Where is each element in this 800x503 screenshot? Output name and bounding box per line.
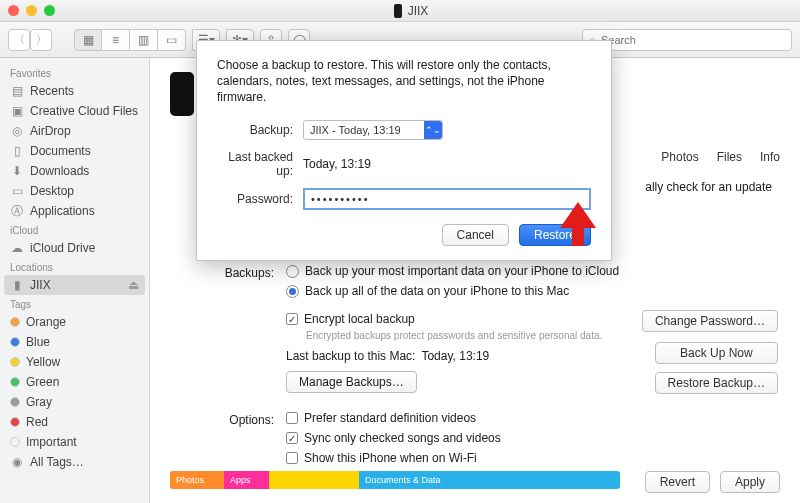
airdrop-icon: ◎	[10, 125, 24, 137]
close-icon[interactable]	[8, 5, 19, 16]
revert-button[interactable]: Revert	[645, 471, 710, 493]
checkbox-icon	[286, 412, 298, 424]
sidebar-head-locations: Locations	[0, 258, 149, 275]
backup-select[interactable]: JIIX - Today, 13:19 ⌃⌄	[303, 120, 443, 140]
cancel-button[interactable]: Cancel	[442, 224, 509, 246]
password-input[interactable]: ••••••••••	[303, 188, 591, 210]
tag-dot-icon	[10, 437, 20, 447]
eject-icon[interactable]: ⏏	[128, 278, 139, 292]
sidebar-item-device-jiix[interactable]: ▮JIIX⏏	[4, 275, 145, 295]
window-title: JIIX	[30, 4, 792, 18]
backup-now-button[interactable]: Back Up Now	[655, 342, 778, 364]
back-button[interactable]: 〈	[8, 29, 30, 51]
device-icon	[394, 4, 402, 18]
tag-dot-icon	[10, 357, 20, 367]
tab-photos[interactable]: Photos	[661, 150, 698, 164]
checkbox-icon	[286, 432, 298, 444]
last-backup-value: Today, 13:19	[421, 349, 489, 363]
tag-dot-icon	[10, 417, 20, 427]
window-title-text: JIIX	[408, 4, 429, 18]
search-input[interactable]	[601, 34, 785, 46]
restore-backup-button[interactable]: Restore Backup…	[655, 372, 778, 394]
sidebar-item-applications[interactable]: ⒶApplications	[0, 201, 149, 221]
sidebar-item-documents[interactable]: ▯Documents	[0, 141, 149, 161]
checkbox-icon	[286, 452, 298, 464]
sidebar-tag-orange[interactable]: Orange	[0, 312, 149, 332]
apply-button[interactable]: Apply	[720, 471, 780, 493]
option-sync[interactable]: Sync only checked songs and videos	[286, 431, 780, 445]
usage-photos: Photos	[170, 471, 224, 489]
desktop-icon: ▭	[10, 185, 24, 197]
lastbu-value: Today, 13:19	[303, 155, 371, 173]
search-field[interactable]: ⌕	[582, 29, 792, 51]
list-view-icon[interactable]: ≡	[102, 29, 130, 51]
sidebar-tag-red[interactable]: Red	[0, 412, 149, 432]
backup-option-mac[interactable]: Back up all of the data on your iPhone t…	[286, 284, 780, 298]
sidebar-head-icloud: iCloud	[0, 221, 149, 238]
alltags-icon: ◉	[10, 456, 24, 468]
chevron-updown-icon: ⌃⌄	[424, 121, 442, 139]
icon-view-icon[interactable]: ▦	[74, 29, 102, 51]
usage-yellow	[269, 471, 359, 489]
radio-icon	[286, 265, 299, 278]
change-password-button[interactable]: Change Password…	[642, 310, 778, 332]
column-view-icon[interactable]: ▥	[130, 29, 158, 51]
sidebar-item-iclouddrive[interactable]: ☁iCloud Drive	[0, 238, 149, 258]
checkbox-icon	[286, 313, 298, 325]
sidebar-item-airdrop[interactable]: ◎AirDrop	[0, 121, 149, 141]
forward-button[interactable]: 〉	[30, 29, 52, 51]
apps-icon: Ⓐ	[10, 205, 24, 217]
usage-apps: Apps	[224, 471, 269, 489]
section-backups: Backups:	[170, 264, 286, 280]
cloud-icon: ☁	[10, 242, 24, 254]
device-icon	[170, 72, 194, 116]
tag-dot-icon	[10, 317, 20, 327]
tag-dot-icon	[10, 377, 20, 387]
radio-icon	[286, 285, 299, 298]
section-options: Options:	[170, 411, 286, 427]
sidebar-all-tags[interactable]: ◉All Tags…	[0, 452, 149, 472]
view-switcher[interactable]: ▦ ≡ ▥ ▭	[74, 29, 186, 51]
folder-icon: ▣	[10, 105, 24, 117]
manage-backups-button[interactable]: Manage Backups…	[286, 371, 417, 393]
sidebar-tag-green[interactable]: Green	[0, 372, 149, 392]
usage-docs: Documents & Data	[359, 471, 620, 489]
password-label: Password:	[217, 192, 303, 206]
restore-backup-dialog: Choose a backup to restore. This will re…	[196, 40, 612, 261]
tag-dot-icon	[10, 337, 20, 347]
sidebar-item-ccfiles[interactable]: ▣Creative Cloud Files	[0, 101, 149, 121]
tab-bar: Photos Files Info	[661, 150, 780, 164]
option-wifi[interactable]: Show this iPhone when on Wi-Fi	[286, 451, 780, 465]
titlebar: JIIX	[0, 0, 800, 22]
sidebar-tag-gray[interactable]: Gray	[0, 392, 149, 412]
tab-info[interactable]: Info	[760, 150, 780, 164]
option-sd[interactable]: Prefer standard definition videos	[286, 411, 780, 425]
documents-icon: ▯	[10, 145, 24, 157]
sidebar-item-recents[interactable]: ▤Recents	[0, 81, 149, 101]
sidebar: Favorites ▤Recents ▣Creative Cloud Files…	[0, 58, 150, 503]
tag-dot-icon	[10, 397, 20, 407]
sidebar-tag-blue[interactable]: Blue	[0, 332, 149, 352]
dialog-message: Choose a backup to restore. This will re…	[217, 57, 591, 106]
lastbu-label: Last backed up:	[217, 150, 303, 178]
gallery-view-icon[interactable]: ▭	[158, 29, 186, 51]
downloads-icon: ⬇	[10, 165, 24, 177]
sidebar-head-tags: Tags	[0, 295, 149, 312]
storage-bar: Photos Apps Documents & Data	[170, 471, 620, 489]
restore-button[interactable]: Restore	[519, 224, 591, 246]
sidebar-item-desktop[interactable]: ▭Desktop	[0, 181, 149, 201]
phone-icon: ▮	[10, 279, 24, 291]
tab-files[interactable]: Files	[717, 150, 742, 164]
recents-icon: ▤	[10, 85, 24, 97]
backup-option-icloud[interactable]: Back up your most important data on your…	[286, 264, 780, 278]
sidebar-item-downloads[interactable]: ⬇Downloads	[0, 161, 149, 181]
sidebar-tag-yellow[interactable]: Yellow	[0, 352, 149, 372]
update-note: ally check for an update	[645, 180, 772, 194]
sidebar-tag-important[interactable]: Important	[0, 432, 149, 452]
backup-label: Backup:	[217, 123, 303, 137]
sidebar-head-favorites: Favorites	[0, 64, 149, 81]
